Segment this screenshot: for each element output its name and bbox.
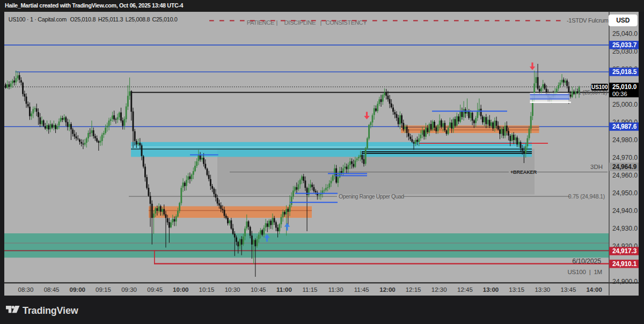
svg-text:25,033.7: 25,033.7 [612, 41, 637, 49]
svg-text:US100 | 1M: US100 | 1M [567, 269, 602, 275]
svg-text:DISCIPLINE: DISCIPLINE [284, 19, 316, 26]
svg-text:13:45: 13:45 [561, 286, 576, 293]
svg-text:24,900.0: 24,900.0 [612, 278, 638, 285]
svg-text:09:15: 09:15 [96, 286, 111, 293]
svg-text:24,930.0: 24,930.0 [612, 225, 638, 232]
svg-text:US100: US100 [591, 84, 608, 90]
svg-text:10:15: 10:15 [199, 286, 215, 293]
svg-text:10:45: 10:45 [251, 286, 266, 293]
svg-text:11:30: 11:30 [328, 286, 343, 293]
svg-text:13:00: 13:00 [483, 286, 499, 293]
svg-text:USD: USD [616, 17, 630, 24]
svg-text:25,010.0: 25,010.0 [612, 83, 637, 91]
svg-text:11:00: 11:00 [276, 286, 292, 293]
svg-text:13:30: 13:30 [535, 286, 550, 293]
svg-text:12:00: 12:00 [379, 286, 395, 293]
svg-text:-1STDV Fulcrum: -1STDV Fulcrum [567, 17, 609, 24]
svg-text:24,910.1: 24,910.1 [612, 260, 637, 268]
svg-text:C25,010.0: C25,010.0 [152, 16, 177, 23]
svg-text:25,000.0: 25,000.0 [612, 101, 638, 108]
svg-text:|: | [320, 19, 322, 26]
svg-text:24,980.0: 24,980.0 [612, 136, 638, 144]
svg-text:10:30: 10:30 [225, 286, 240, 293]
svg-text:12:30: 12:30 [431, 286, 447, 293]
svg-text:09:30: 09:30 [121, 286, 137, 293]
svg-text:3DH: 3DH [590, 164, 603, 170]
svg-text:6/10/2025: 6/10/2025 [572, 257, 601, 265]
svg-text:11:45: 11:45 [354, 286, 369, 293]
svg-text:25,040.0: 25,040.0 [612, 30, 638, 38]
svg-text:09:00: 09:00 [70, 286, 85, 293]
svg-text:10:00: 10:00 [173, 286, 188, 293]
svg-text:24,940.0: 24,940.0 [612, 207, 638, 215]
svg-text:Opening Range Upper Quad: Opening Range Upper Quad [339, 193, 404, 200]
svg-text:|: | [276, 19, 278, 26]
svg-text:24,950.0: 24,950.0 [612, 189, 638, 197]
svg-text:12:15: 12:15 [406, 286, 421, 293]
svg-text:H25,011.3: H25,011.3 [98, 16, 123, 23]
svg-text:00:36: 00:36 [612, 91, 627, 97]
svg-text:L25,008.8: L25,008.8 [126, 16, 150, 23]
svg-text:08:30: 08:30 [18, 286, 34, 293]
svg-text:US100 · 1 · Capital.com: US100 · 1 · Capital.com [9, 16, 67, 23]
svg-text:11:15: 11:15 [303, 286, 318, 293]
svg-text:24,960.0: 24,960.0 [612, 172, 638, 179]
svg-text:12:45: 12:45 [457, 286, 473, 293]
svg-text:24,917.3: 24,917.3 [612, 247, 637, 255]
svg-text:24,970.0: 24,970.0 [612, 154, 638, 161]
svg-text:08:45: 08:45 [44, 286, 60, 293]
svg-text:13:15: 13:15 [509, 286, 524, 293]
svg-text:09:45: 09:45 [147, 286, 163, 293]
svg-text:O25,010.8: O25,010.8 [70, 16, 96, 23]
svg-text:24,987.6: 24,987.6 [612, 123, 637, 130]
svg-text:0.75 (24,948.1): 0.75 (24,948.1) [568, 193, 605, 200]
svg-text:25,018.5: 25,018.5 [612, 68, 637, 76]
svg-text:24,964.9: 24,964.9 [612, 163, 637, 171]
svg-text:14:00: 14:00 [586, 286, 602, 293]
svg-text:+BREAKER: +BREAKER [510, 170, 537, 175]
